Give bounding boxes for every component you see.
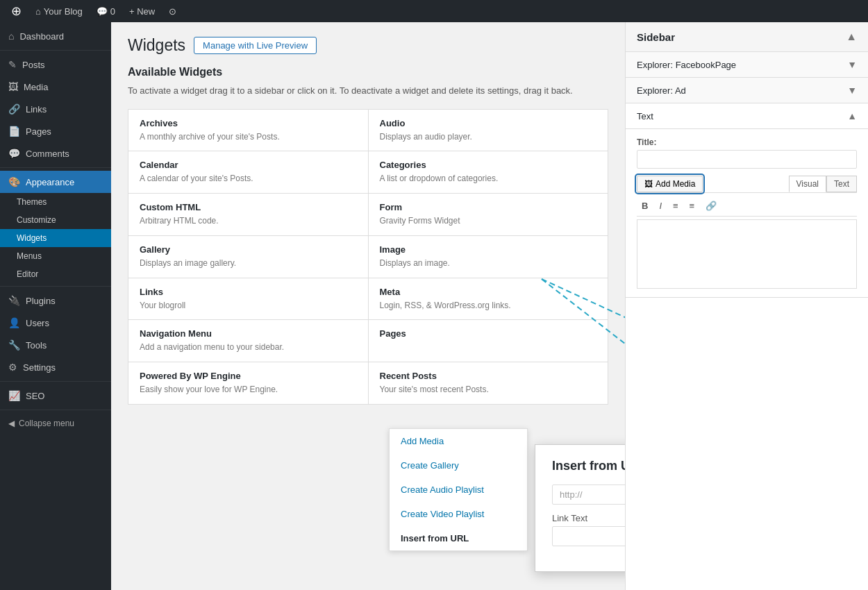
widget-card-custom-html[interactable]: Custom HTML Arbitrary HTML code. <box>128 194 368 235</box>
sidebar-panel-collapse-button[interactable]: ▲ <box>846 31 857 43</box>
widget-toggle-facebook-page[interactable]: ▼ <box>847 59 857 70</box>
settings-icon: ⚙ <box>8 362 17 373</box>
posts-icon: ✎ <box>8 59 17 70</box>
sidebar-item-comments[interactable]: 💬 Comments <box>0 142 111 165</box>
sidebar-item-links[interactable]: 🔗 Links <box>0 98 111 120</box>
sidebar-item-label: Comments <box>26 149 69 159</box>
widget-card-powered-by-wp[interactable]: Powered By WP Engine Easily show your lo… <box>128 362 368 404</box>
widget-header-explorer-ad[interactable]: Explorer: Ad ▼ <box>626 78 868 103</box>
widget-card-navigation-menu[interactable]: Navigation Menu Add a navigation menu to… <box>128 320 368 362</box>
sidebar-item-pages[interactable]: 📄 Pages <box>0 120 111 142</box>
sidebar-divider-5 <box>0 410 111 410</box>
ordered-list-button[interactable]: ≡ <box>685 199 700 213</box>
widget-header-text[interactable]: Text ▲ <box>626 103 868 129</box>
url-input[interactable] <box>552 484 625 505</box>
new-content-button[interactable]: + New <box>124 0 160 22</box>
widget-name: Categories <box>380 160 597 170</box>
site-name-button[interactable]: ⌂ Your Blog <box>30 0 88 22</box>
sidebar-item-users[interactable]: 👤 Users <box>0 312 111 334</box>
sidebar-item-label: Dashboard <box>19 31 64 42</box>
live-preview-button[interactable]: Manage with Live Preview <box>194 37 317 54</box>
sidebar-item-posts[interactable]: ✎ Posts <box>0 53 111 76</box>
wp-logo-button[interactable]: ⊕ <box>6 0 27 22</box>
sidebar-item-label: Plugins <box>26 296 56 306</box>
widget-card-gallery[interactable]: Gallery Displays an image gallery. <box>128 236 368 278</box>
widget-item-explorer-ad: Explorer: Ad ▼ <box>626 78 868 103</box>
widget-card-meta[interactable]: Meta Login, RSS, & WordPress.org links. <box>369 278 608 320</box>
text-tab[interactable]: Text <box>826 176 857 192</box>
collapse-menu-button[interactable]: ◀ Collapse menu <box>0 413 111 434</box>
widget-name: Gallery <box>140 244 357 255</box>
available-widgets-description: To activate a widget drag it to a sideba… <box>128 84 608 98</box>
pages-icon: 📄 <box>8 126 20 137</box>
site-name-label: Your Blog <box>44 6 83 17</box>
widget-card-form[interactable]: Form Gravity Forms Widget <box>369 194 608 235</box>
widget-desc: A monthly archive of your site's Posts. <box>140 131 357 143</box>
dropdown-create-gallery[interactable]: Create Gallery <box>390 453 527 478</box>
site-home-icon: ⌂ <box>35 6 41 17</box>
sidebar-item-themes[interactable]: Themes <box>0 193 111 211</box>
dropdown-create-audio-playlist[interactable]: Create Audio Playlist <box>390 478 527 502</box>
link-text-label: Link Text <box>552 513 625 523</box>
collapse-icon: ◀ <box>8 419 15 428</box>
widget-card-recent-posts[interactable]: Recent Posts Your site's most recent Pos… <box>369 362 608 404</box>
widget-name: Audio <box>380 118 597 128</box>
widget-name: Powered By WP Engine <box>140 371 357 381</box>
sidebar-item-label: Media <box>24 82 48 92</box>
unordered-list-button[interactable]: ≡ <box>668 199 683 213</box>
widget-card-categories[interactable]: Categories A list or dropdown of categor… <box>369 151 608 193</box>
widget-header-facebook-page[interactable]: Explorer: FacebookPage ▼ <box>626 52 868 77</box>
widget-desc: Gravity Forms Widget <box>380 215 597 227</box>
link-text-input[interactable] <box>552 526 625 546</box>
sidebar-item-editor[interactable]: Editor <box>0 265 111 283</box>
widget-name: Links <box>140 287 357 297</box>
widget-desc: Displays an image. <box>380 258 597 269</box>
sidebar-item-widgets[interactable]: Widgets <box>0 229 111 247</box>
sidebar-item-appearance[interactable]: 🎨 Appearance <box>0 171 111 193</box>
widget-toggle-explorer-ad[interactable]: ▼ <box>847 85 857 96</box>
widget-card-links[interactable]: Links Your blogroll <box>128 278 368 320</box>
url-field <box>552 484 625 505</box>
visual-tab[interactable]: Visual <box>789 176 826 192</box>
sidebar-item-label: Settings <box>23 362 56 373</box>
widget-desc: Displays an image gallery. <box>140 258 357 269</box>
sidebar-item-seo[interactable]: 📈 SEO <box>0 385 111 407</box>
widget-title-facebook-page: Explorer: FacebookPage <box>637 60 736 70</box>
dropdown-create-video-playlist[interactable]: Create Video Playlist <box>390 502 527 526</box>
collapse-menu-label: Collapse menu <box>19 419 74 428</box>
sidebar-divider-4 <box>0 381 111 382</box>
widget-desc: Your blogroll <box>140 300 357 312</box>
widget-grid: Archives A monthly archive of your site'… <box>128 109 608 405</box>
tools-icon: 🔧 <box>8 339 20 351</box>
plugins-icon: 🔌 <box>8 295 20 306</box>
sidebar-item-customize[interactable]: Customize <box>0 211 111 229</box>
italic-button[interactable]: I <box>654 199 667 213</box>
sidebar-item-settings[interactable]: ⚙ Settings <box>0 356 111 378</box>
add-media-label: Add Media <box>656 179 695 189</box>
dropdown-add-media[interactable]: Add Media <box>390 429 527 453</box>
widget-desc: Add a navigation menu to your sidebar. <box>140 342 357 353</box>
widget-card-calendar[interactable]: Calendar A calendar of your site's Posts… <box>128 151 368 193</box>
comments-button[interactable]: 💬 0 <box>91 0 121 22</box>
sidebar-item-label: SEO <box>26 391 44 401</box>
sidebar-item-plugins[interactable]: 🔌 Plugins <box>0 289 111 312</box>
sidebar-item-dashboard[interactable]: ⌂ Dashboard <box>0 25 111 47</box>
widget-card-image[interactable]: Image Displays an image. <box>369 236 608 278</box>
widget-card-audio[interactable]: Audio Displays an audio player. <box>369 110 608 151</box>
sidebar-item-media[interactable]: 🖼 Media <box>0 76 111 98</box>
add-media-button[interactable]: 🖼 Add Media <box>637 176 703 192</box>
sidebar-item-tools[interactable]: 🔧 Tools <box>0 334 111 356</box>
widget-desc: Your site's most recent Posts. <box>380 384 597 396</box>
widget-card-pages[interactable]: Pages <box>369 320 608 362</box>
dropdown-insert-from-url[interactable]: Insert from URL <box>390 526 527 550</box>
link-button[interactable]: 🔗 <box>701 199 721 213</box>
widget-card-archives[interactable]: Archives A monthly archive of your site'… <box>128 110 368 151</box>
title-field-input[interactable] <box>637 150 857 169</box>
widget-toggle-text[interactable]: ▲ <box>847 110 857 121</box>
sidebar-item-menus[interactable]: Menus <box>0 247 111 265</box>
bold-button[interactable]: B <box>637 199 653 213</box>
editor-area[interactable] <box>637 219 857 289</box>
widget-desc: A list or dropdown of categories. <box>380 173 597 185</box>
page-title: Widgets <box>128 36 185 55</box>
customize-button[interactable]: ⊙ <box>163 0 182 22</box>
